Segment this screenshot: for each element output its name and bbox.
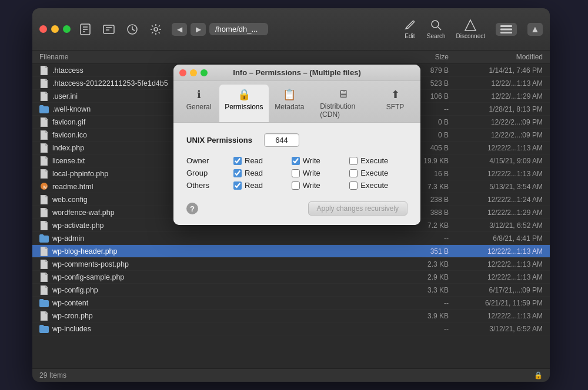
file-modified: 6/21/21, 11:59 PM: [449, 299, 543, 307]
file-name: wp-admin: [52, 234, 396, 243]
owner-execute-check[interactable]: Execute: [349, 156, 407, 165]
dialog-content: UNIX Permissions Owner Read Write: [173, 123, 420, 225]
footer: 29 Items 🔒: [32, 368, 550, 382]
file-name: wp-includes: [52, 325, 396, 333]
file-modified: 12/22/...1:29 AM: [449, 92, 543, 100]
col-modified-header: Modified: [449, 53, 543, 61]
close-button[interactable]: [39, 25, 47, 33]
file-name: wp-blog-header.php: [52, 247, 396, 255]
apply-recursive-button[interactable]: Apply changes recursively: [308, 201, 407, 216]
group-read-check[interactable]: Read: [233, 169, 292, 177]
search-button[interactable]: Search: [427, 19, 446, 39]
file-name: wp-config-sample.php: [52, 273, 396, 281]
col-size-header: Size: [396, 53, 449, 61]
group-execute-check[interactable]: Execute: [349, 169, 407, 177]
table-row[interactable]: wp-content -- 6/21/21, 11:59 PM: [32, 297, 550, 310]
owner-execute-checkbox[interactable]: [349, 157, 358, 165]
group-write-checkbox[interactable]: [292, 169, 300, 177]
dialog-footer: ? Apply changes recursively: [186, 199, 407, 216]
toolbar-icons: [79, 23, 162, 36]
owner-label: Owner: [186, 156, 233, 165]
disconnect-button[interactable]: Disconnect: [456, 19, 485, 39]
others-label: Others: [186, 181, 233, 190]
group-execute-checkbox[interactable]: [349, 169, 358, 177]
dialog-close-button[interactable]: [179, 69, 186, 76]
path-bar: ◀ ▶ /home/dh_...: [172, 23, 268, 36]
file-name: wp-cron.php: [52, 312, 396, 320]
file-modified: 12/22/...1:13 AM: [449, 79, 543, 88]
tab-sftp[interactable]: ⬆ SFTP: [375, 85, 416, 122]
back-button[interactable]: ◀: [172, 23, 187, 36]
view-dropdown-button[interactable]: [496, 23, 517, 36]
table-row[interactable]: wp-comments-post.php 2.3 KB 12/22/2...1:…: [32, 258, 550, 271]
file-size: 2.3 KB: [396, 260, 449, 268]
traffic-lights: [39, 25, 71, 33]
dialog-traffic-lights: [179, 69, 208, 76]
group-read-checkbox[interactable]: [233, 169, 242, 177]
file-modified: 12/22/2...1:13 AM: [449, 247, 543, 255]
svg-rect-15: [500, 28, 512, 30]
owner-read-check[interactable]: Read: [233, 156, 292, 165]
file-size: 2.9 KB: [396, 273, 449, 281]
up-button[interactable]: ▲: [527, 23, 543, 36]
file-modified: 12/22/2...1:13 AM: [449, 312, 543, 320]
others-write-check[interactable]: Write: [292, 181, 350, 190]
svg-line-9: [132, 29, 135, 31]
info-dialog[interactable]: Info – Permissions – (Multiple files) ℹ …: [173, 65, 420, 225]
table-row[interactable]: wp-includes -- 3/12/21, 6:52 AM: [32, 322, 550, 335]
svg-rect-16: [500, 32, 512, 33]
unix-perms-row: UNIX Permissions: [186, 133, 407, 147]
owner-read-checkbox[interactable]: [233, 157, 242, 165]
file-size: --: [396, 234, 449, 243]
others-execute-check[interactable]: Execute: [349, 181, 407, 190]
tab-general[interactable]: ℹ General: [178, 85, 219, 122]
group-write-check[interactable]: Write: [292, 169, 350, 177]
maximize-button[interactable]: [63, 25, 71, 33]
file-name: wp-config.php: [52, 286, 396, 294]
owner-write-check[interactable]: Write: [292, 156, 350, 165]
file-modified: 12/22/2...:09 PM: [449, 131, 543, 139]
file-list-header: Filename Size Modified: [32, 51, 550, 64]
svg-point-10: [154, 28, 158, 31]
clock-button[interactable]: [126, 23, 139, 36]
file-modified: 12/22/2...1:13 AM: [449, 170, 543, 178]
content-area: Filename Size Modified .htaccess 879 B 1…: [32, 51, 550, 368]
table-row[interactable]: wp-config-sample.php 2.9 KB 12/22/2...1:…: [32, 271, 550, 284]
others-read-checkbox[interactable]: [233, 181, 242, 190]
others-read-check[interactable]: Read: [233, 181, 292, 190]
edit-button[interactable]: Edit: [403, 19, 416, 39]
file-modified: 12/22/2...:09 PM: [449, 118, 543, 126]
file-modified: 4/15/21, 9:09 AM: [449, 157, 543, 165]
table-row[interactable]: wp-blog-header.php 351 B 12/22/2...1:13 …: [32, 245, 550, 258]
tab-metadata[interactable]: 📋 Metadata: [269, 85, 311, 122]
file-modified: 3/12/21, 6:52 AM: [449, 325, 543, 333]
minimize-button[interactable]: [51, 25, 59, 33]
tab-permissions[interactable]: 🔒 Permissions: [219, 85, 269, 122]
lock-icon: 🔒: [534, 371, 543, 379]
unix-perms-input[interactable]: [264, 133, 299, 147]
forward-button[interactable]: ▶: [191, 23, 206, 36]
help-button[interactable]: ?: [186, 203, 198, 214]
file-modified: 1/14/21, 7:46 PM: [449, 66, 543, 75]
file-size: 3.3 KB: [396, 286, 449, 294]
table-row[interactable]: wp-cron.php 3.9 KB 12/22/2...1:13 AM: [32, 310, 550, 322]
table-row[interactable]: wp-admin -- 6/8/21, 4:41 PM: [32, 232, 550, 245]
permissions-icon: 🔒: [238, 88, 250, 101]
others-write-checkbox[interactable]: [292, 181, 300, 190]
tab-distribution[interactable]: 🖥 Distribution (CDN): [310, 85, 375, 122]
bookmarks-button[interactable]: [79, 23, 92, 36]
history-button[interactable]: [102, 23, 115, 36]
settings-button[interactable]: [149, 23, 162, 36]
col-filename-header: Filename: [39, 53, 396, 61]
svg-point-11: [432, 21, 439, 28]
dialog-maximize-button[interactable]: [201, 69, 208, 76]
owner-write-checkbox[interactable]: [292, 157, 300, 165]
dialog-minimize-button[interactable]: [190, 69, 197, 76]
file-modified: 12/22/2...1:13 AM: [449, 260, 543, 268]
table-row[interactable]: wp-config.php 3.3 KB 6/17/21,...:09 PM: [32, 284, 550, 297]
svg-rect-14: [500, 25, 512, 27]
others-execute-checkbox[interactable]: [349, 181, 358, 190]
file-modified: 5/13/21, 3:54 AM: [449, 183, 543, 191]
file-modified: 12/22/2...1:24 AM: [449, 196, 543, 204]
file-modified: 6/8/21, 4:41 PM: [449, 234, 543, 243]
